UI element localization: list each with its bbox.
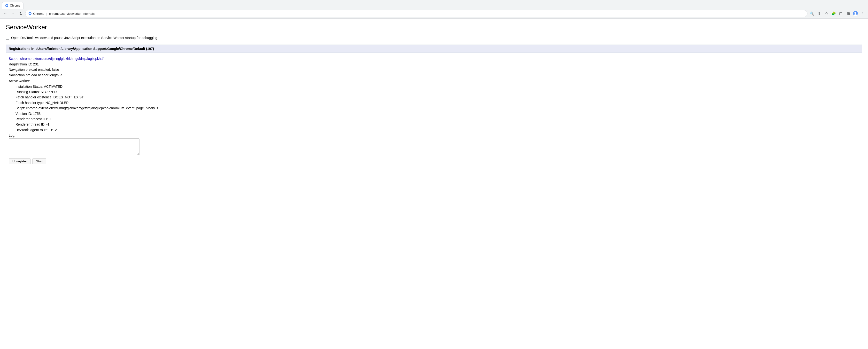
reload-button[interactable]: ↻ (18, 10, 24, 17)
extensions-button[interactable]: 🧩 (830, 10, 837, 17)
running-status-line: Running Status: STOPPED (16, 89, 859, 94)
page-content: ServiceWorker Open DevTools window and p… (0, 19, 868, 169)
svg-point-3 (29, 13, 31, 14)
unregister-button[interactable]: Unregister (9, 158, 31, 164)
svg-point-5 (855, 12, 857, 14)
registrations-header: Registrations in: /Users/forinton/Librar… (6, 45, 862, 53)
address-site-name: Chrome (33, 12, 44, 16)
start-button[interactable]: Start (32, 158, 46, 164)
version-id-line: Version ID: 1753 (16, 111, 859, 116)
address-bar[interactable]: Chrome | chrome://serviceworker-internal… (25, 10, 807, 17)
address-separator: | (46, 12, 47, 16)
browser-tab[interactable]: Chrome (2, 2, 24, 9)
svg-point-1 (6, 5, 7, 6)
tab-label: Chrome (10, 4, 20, 7)
devtools-checkbox-row: Open DevTools window and pause JavaScrip… (6, 36, 862, 40)
tab-favicon-icon (5, 4, 8, 7)
search-button[interactable]: 🔍 (808, 10, 815, 17)
active-worker-label: Active worker: (9, 78, 859, 84)
bookmark-button[interactable]: ☆ (823, 10, 830, 17)
profile-button[interactable] (852, 10, 859, 17)
forward-button[interactable]: → (10, 10, 17, 17)
registration-id-line: Registration ID: 231 (9, 62, 859, 67)
renderer-process-id-line: Renderer process ID: 0 (16, 116, 859, 122)
tab-bar: Chrome (0, 0, 868, 9)
star-icon: ☆ (825, 11, 828, 16)
cast-icon: ◫ (839, 11, 843, 16)
share-button[interactable]: ⇧ (816, 10, 823, 17)
installation-status-line: Installation Status: ACTIVATED (16, 84, 859, 89)
reload-icon: ↻ (20, 11, 23, 16)
renderer-thread-id-line: Renderer thread ID: -1 (16, 122, 859, 127)
browser-chrome: Chrome ← → ↻ Chrome | chrome://servicewo… (0, 0, 868, 19)
button-row: Unregister Start (9, 158, 859, 164)
window-icon: ▦ (846, 11, 850, 16)
cast-button[interactable]: ◫ (837, 10, 844, 17)
active-worker-section: Active worker: Installation Status: ACTI… (9, 78, 859, 133)
forward-icon: → (11, 11, 15, 16)
navbar: ← → ↻ Chrome | chrome://serviceworker-in… (0, 9, 868, 19)
log-label: Log: (9, 134, 859, 138)
script-line: Script: chrome-extension://djjmngfglakhk… (16, 106, 859, 111)
menu-button[interactable]: ⋮ (859, 10, 866, 17)
nav-preload-enabled-line: Navigation preload enabled: false (9, 67, 859, 72)
menu-icon: ⋮ (861, 11, 865, 16)
back-icon: ← (3, 11, 7, 16)
devtools-checkbox-label: Open DevTools window and pause JavaScrip… (11, 36, 158, 40)
worker-details: Installation Status: ACTIVATED Running S… (16, 84, 859, 133)
share-icon: ⇧ (817, 11, 821, 16)
nav-preload-header-length-line: Navigation preload header length: 4 (9, 72, 859, 78)
fetch-handler-existence-line: Fetch handler existence: DOES_NOT_EXIST (16, 94, 859, 100)
devtools-agent-route-id-line: DevTools agent route ID: -2 (16, 127, 859, 133)
profile-icon (853, 11, 858, 17)
page-title: ServiceWorker (6, 24, 862, 31)
window-button[interactable]: ▦ (845, 10, 851, 17)
toolbar-right: 🔍 ⇧ ☆ 🧩 ◫ ▦ (808, 10, 866, 17)
log-textarea[interactable] (9, 138, 140, 155)
search-icon: 🔍 (810, 11, 814, 16)
puzzle-icon: 🧩 (831, 11, 836, 16)
back-button[interactable]: ← (2, 10, 9, 17)
scope-link[interactable]: Scope: chrome-extension://djjmngfglakhkh… (9, 57, 859, 61)
address-favicon-icon (28, 12, 32, 15)
registration-block: Scope: chrome-extension://djjmngfglakhkh… (6, 57, 862, 164)
devtools-checkbox[interactable] (6, 36, 9, 39)
address-url: chrome://serviceworker-internals (49, 12, 95, 16)
fetch-handler-type-line: Fetch handler type: NO_HANDLER (16, 100, 859, 106)
